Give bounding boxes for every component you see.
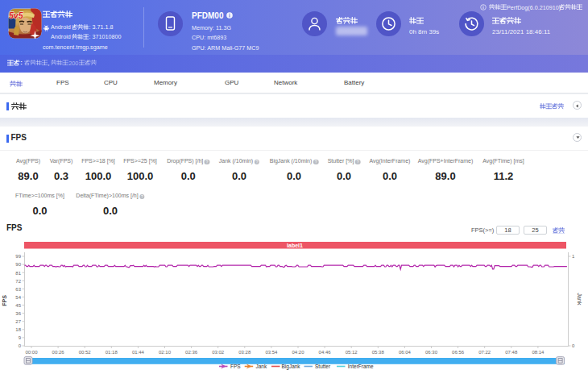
svg-text:1: 1 (572, 254, 575, 259)
svg-text:InterFrame: InterFrame (348, 364, 374, 369)
svg-text:63: 63 (15, 287, 21, 292)
svg-text:BigJank: BigJank (282, 364, 301, 370)
svg-text:FPS: FPS (230, 364, 241, 369)
svg-text:01:18: 01:18 (106, 350, 118, 355)
svg-text:03:28: 03:28 (238, 350, 251, 355)
svg-text:08:14: 08:14 (532, 350, 545, 355)
svg-text:07:22: 07:22 (478, 350, 491, 355)
svg-text:00:00: 00:00 (25, 350, 38, 355)
svg-text:06:56: 06:56 (452, 350, 465, 355)
svg-text:01:44: 01:44 (132, 350, 145, 355)
svg-text:00:26: 00:26 (52, 350, 65, 355)
svg-text:05:12: 05:12 (346, 350, 358, 355)
svg-text:00:52: 00:52 (79, 350, 92, 355)
svg-text:03:54: 03:54 (265, 350, 278, 355)
svg-text:27: 27 (15, 319, 21, 324)
svg-text:04:46: 04:46 (319, 350, 332, 355)
svg-text:05:38: 05:38 (372, 350, 385, 355)
svg-text:Stutter: Stutter (315, 364, 331, 369)
svg-text:0: 0 (19, 343, 22, 348)
svg-text:9: 9 (19, 335, 22, 340)
svg-text:99: 99 (15, 254, 21, 259)
svg-text:06:04: 06:04 (399, 350, 412, 355)
svg-text:Jank: Jank (256, 364, 267, 369)
svg-text:03:02: 03:02 (212, 350, 225, 355)
svg-text:36: 36 (15, 311, 21, 316)
svg-text:Jank: Jank (577, 293, 582, 305)
svg-text:18: 18 (15, 327, 21, 332)
svg-text:02:10: 02:10 (159, 350, 172, 355)
svg-text:07:48: 07:48 (505, 350, 518, 355)
svg-text:06:30: 06:30 (425, 350, 438, 355)
svg-text:0: 0 (572, 343, 575, 348)
svg-text:02:36: 02:36 (185, 350, 198, 355)
svg-text:FPS: FPS (2, 295, 7, 306)
svg-text:90: 90 (15, 262, 21, 267)
svg-text:81: 81 (15, 271, 21, 276)
svg-text:label1: label1 (287, 243, 303, 248)
svg-text:72: 72 (15, 279, 21, 284)
svg-text:54: 54 (15, 295, 21, 300)
svg-text:04:20: 04:20 (292, 350, 304, 355)
svg-text:45: 45 (15, 303, 21, 308)
